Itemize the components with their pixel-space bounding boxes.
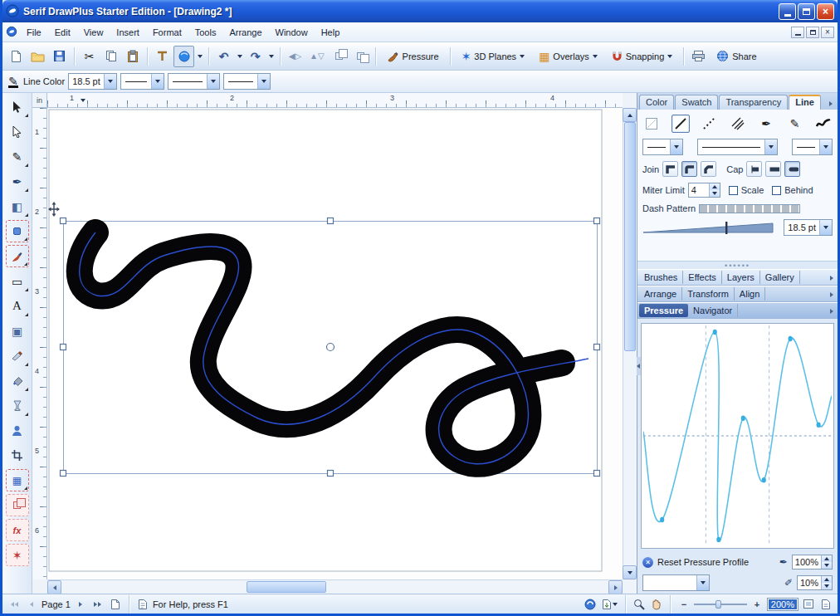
pointer-tool[interactable] — [6, 95, 29, 118]
stroke-style-combo[interactable] — [697, 139, 778, 155]
ellipse-tool-button[interactable] — [173, 46, 194, 67]
cap-butt-button[interactable] — [746, 161, 762, 177]
tab-pressure[interactable]: Pressure — [639, 304, 688, 317]
first-page-button[interactable] — [7, 597, 22, 612]
stroke-end-dropdown[interactable] — [819, 139, 832, 154]
pressure-point[interactable] — [817, 422, 821, 428]
strip-expand-button[interactable] — [828, 306, 836, 315]
gradient-tool[interactable]: ◧ — [6, 195, 29, 218]
scroll-right-button[interactable] — [608, 580, 623, 594]
panel-splitter[interactable]: •••••• — [637, 262, 838, 269]
behind-checkbox[interactable] — [772, 186, 781, 195]
send-to-back-button[interactable] — [350, 46, 371, 67]
view-quality-button[interactable] — [583, 597, 598, 612]
stroke-brush-button[interactable]: ✎ — [786, 115, 804, 133]
line-end-combo[interactable] — [223, 73, 271, 90]
strip-expand-button[interactable] — [828, 272, 836, 282]
save-button[interactable] — [49, 46, 70, 67]
minimize-button[interactable] — [779, 3, 796, 20]
cut-button[interactable]: ✂ — [79, 46, 100, 67]
stroke-none-button[interactable] — [642, 115, 661, 133]
filter-effects-tool[interactable]: fx — [6, 519, 29, 541]
page-manager-button[interactable] — [108, 597, 123, 612]
tab-swatch[interactable]: Swatch — [675, 95, 718, 110]
scale-checkbox[interactable] — [729, 186, 738, 195]
selection-handle[interactable] — [328, 471, 334, 477]
menu-arrange[interactable]: Arrange — [222, 25, 268, 40]
width-slider[interactable] — [642, 221, 774, 234]
horizontal-scroll-thumb[interactable] — [247, 581, 326, 593]
overlays-button[interactable]: ▦ Overlays — [532, 46, 604, 67]
text-tool[interactable]: A — [6, 295, 29, 317]
mdi-close-button[interactable]: × — [821, 27, 834, 38]
pen-tool[interactable]: ✒ — [6, 170, 29, 193]
tab-arrange[interactable]: Arrange — [639, 287, 682, 301]
spin-up-button[interactable] — [822, 555, 832, 562]
pressure-point[interactable] — [762, 477, 766, 483]
quickshape-tool[interactable] — [6, 220, 29, 242]
envelope-tool[interactable]: ▦ — [6, 469, 29, 491]
tab-brushes[interactable]: Brushes — [639, 271, 683, 284]
tab-transform[interactable]: Transform — [682, 287, 735, 301]
scroll-down-button[interactable] — [623, 565, 637, 579]
transparency-tool[interactable] — [6, 394, 29, 417]
selection-handle[interactable] — [61, 218, 66, 224]
max-pressure-spinner[interactable]: 100% — [792, 555, 833, 570]
page-indicator[interactable]: Page 1 — [42, 599, 71, 609]
line-start-dropdown[interactable] — [207, 74, 219, 89]
stroke-hatch-button[interactable] — [729, 115, 747, 133]
panel-width-combo[interactable]: 18.5 pt — [784, 219, 833, 236]
width-slider-handle[interactable] — [725, 222, 727, 234]
horizontal-ruler[interactable]: 1 2 3 4 — [47, 93, 623, 108]
drawing-canvas[interactable] — [47, 108, 623, 579]
selection-handle[interactable] — [61, 471, 66, 477]
vertical-scroll-thumb[interactable] — [624, 122, 636, 351]
flip-vertical-button[interactable]: ▲▽ — [306, 46, 328, 67]
share-button[interactable]: Share — [710, 46, 763, 67]
line-width-combo[interactable]: 18.5 pt — [68, 73, 117, 90]
menu-insert[interactable]: Insert — [110, 25, 146, 40]
selection-handle[interactable] — [328, 218, 334, 224]
pressure-point[interactable] — [716, 537, 720, 543]
stroke-end-combo[interactable] — [792, 139, 833, 155]
zoom-out-button[interactable]: − — [676, 597, 691, 612]
pressure-point[interactable] — [741, 415, 745, 421]
join-miter-button[interactable] — [662, 161, 678, 177]
new-document-button[interactable] — [6, 46, 27, 67]
line-style-combo[interactable] — [120, 73, 164, 90]
join-bevel-button[interactable] — [701, 161, 716, 177]
vertical-ruler[interactable]: 1 2 3 4 5 6 — [32, 108, 47, 579]
actual-size-button[interactable] — [818, 597, 833, 612]
selection-handle[interactable] — [61, 345, 66, 350]
restore-button[interactable] — [798, 3, 815, 20]
stroke-calligraphy-button[interactable] — [814, 115, 833, 133]
tab-line[interactable]: Line — [789, 95, 821, 110]
export-button[interactable] — [600, 597, 619, 612]
line-width-dropdown[interactable] — [104, 74, 116, 89]
reset-pressure-profile-button[interactable]: Reset Pressure Profile — [657, 557, 749, 567]
spin-down-button[interactable] — [822, 562, 832, 569]
tab-layers[interactable]: Layers — [722, 271, 760, 284]
spin-up-button[interactable] — [710, 183, 720, 190]
spin-up-button[interactable] — [822, 576, 832, 583]
stroke-start-combo[interactable] — [642, 139, 683, 155]
blend-tool[interactable] — [6, 494, 29, 516]
pan-tool-button[interactable] — [649, 597, 664, 612]
mdi-restore-button[interactable] — [806, 27, 819, 38]
ellipse-tool-dropdown[interactable] — [195, 46, 204, 66]
ruler-units[interactable]: in — [32, 93, 47, 108]
crop-tool[interactable] — [6, 444, 29, 467]
undo-button[interactable]: ↶ — [213, 46, 234, 67]
menu-tools[interactable]: Tools — [188, 25, 223, 40]
miter-limit-spinner[interactable]: 4 — [688, 183, 720, 198]
redo-dropdown[interactable] — [266, 46, 276, 66]
panel-width-dropdown[interactable] — [819, 220, 832, 235]
zoom-value-field[interactable]: 200% — [767, 598, 798, 611]
next-page-button[interactable] — [73, 597, 88, 612]
selection-handle[interactable] — [594, 471, 600, 477]
pressure-preset-dropdown[interactable] — [696, 575, 709, 590]
style-tool[interactable]: ✶ — [6, 544, 29, 566]
tab-effects[interactable]: Effects — [683, 271, 721, 284]
fill-tool[interactable] — [6, 369, 29, 392]
stroke-quill-button[interactable]: ✒ — [757, 115, 775, 133]
